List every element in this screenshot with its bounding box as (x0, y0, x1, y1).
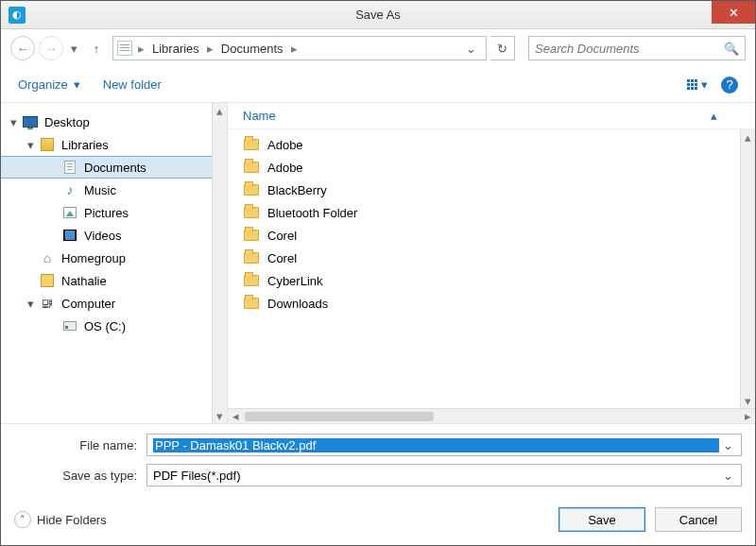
view-options-button[interactable]: ▾ (687, 77, 708, 92)
tree-node-label: Desktop (44, 115, 90, 129)
filename-combo[interactable]: PPP - Damask01 Blackv2.pdf ⌄ (146, 434, 742, 456)
help-icon: ? (726, 77, 732, 92)
scroll-left-button[interactable]: ◂ (228, 409, 243, 423)
toolbar: Organize ▾ New folder ▾ ? (1, 67, 755, 103)
chevron-down-icon[interactable]: ⌄ (719, 469, 737, 483)
refresh-icon: ↻ (497, 42, 507, 56)
folder-icon (243, 228, 260, 243)
dialog-body: ▾Desktop▾LibrariesDocuments♪MusicPicture… (1, 103, 755, 424)
forward-button[interactable]: → (39, 36, 63, 60)
chevron-right-icon: ▸ (136, 42, 146, 56)
expand-icon[interactable]: ▾ (27, 138, 39, 152)
column-name-header[interactable]: Name (243, 109, 276, 123)
list-item[interactable]: Corel (228, 247, 740, 269)
view-grid-icon (687, 79, 697, 90)
address-dropdown-button[interactable]: ⌄ (460, 42, 482, 56)
tree-node-videos[interactable]: Videos (1, 224, 212, 247)
list-item[interactable]: BlackBerry (228, 179, 740, 201)
list-item[interactable]: Corel (228, 224, 740, 247)
breadcrumb-documents[interactable]: Documents (215, 42, 289, 56)
expand-icon[interactable]: ▾ (27, 297, 39, 311)
tree-node-libraries[interactable]: ▾Libraries (1, 133, 212, 156)
expand-icon[interactable]: ▾ (10, 115, 22, 129)
tree-node-label: Videos (84, 229, 122, 243)
save-button[interactable]: Save (558, 507, 645, 532)
tree-node-nathalie[interactable]: Nathalie (1, 269, 212, 292)
breadcrumb-libraries[interactable]: Libraries (146, 42, 205, 56)
up-button[interactable]: ↑ (84, 36, 109, 60)
new-folder-button[interactable]: New folder (103, 77, 162, 92)
filename-value[interactable]: PPP - Damask01 Blackv2.pdf (153, 438, 719, 452)
scroll-up-button[interactable]: ▴ (213, 103, 227, 118)
list-item[interactable]: Adobe (228, 156, 740, 179)
hide-folders-button[interactable]: ˄ Hide Folders (14, 511, 107, 528)
tree-node-label: Music (84, 183, 116, 197)
organize-button[interactable]: Organize ▾ (18, 77, 80, 92)
filename-label: File name: (14, 438, 146, 452)
chevron-down-icon[interactable]: ⌄ (719, 438, 737, 452)
list-vertical-scrollbar[interactable]: ▴ ▾ (740, 129, 755, 408)
list-item-name: Downloads (267, 297, 328, 311)
list-item-name: Adobe (267, 161, 303, 175)
list-item[interactable]: Downloads (228, 292, 740, 315)
scroll-down-button[interactable]: ▾ (213, 408, 227, 423)
tree-node-label: Pictures (84, 206, 129, 220)
scroll-right-button[interactable]: ▸ (740, 409, 755, 423)
search-input[interactable] (535, 42, 724, 56)
folder-icon (243, 182, 260, 197)
back-button[interactable]: ← (10, 36, 35, 60)
tree-node-computer[interactable]: ▾🖳Computer (1, 292, 212, 315)
list-item-name: BlackBerry (267, 183, 327, 197)
save-as-dialog: ◐ Save As ✕ ← → ▾ ↑ ▸ Libraries ▸ Docume… (0, 0, 756, 546)
app-icon: ◐ (9, 7, 26, 24)
chevron-up-icon: ˄ (14, 511, 31, 528)
chevron-down-icon: ▾ (701, 77, 708, 92)
folder-icon (243, 296, 260, 311)
folder-icon (243, 205, 260, 220)
tree-vertical-scrollbar[interactable]: ▴ ▾ (212, 103, 227, 423)
window-title: Save As (1, 8, 755, 22)
list-item-name: Adobe (267, 138, 303, 152)
list-item[interactable]: Bluetooth Folder (228, 201, 740, 224)
scroll-track[interactable] (213, 118, 227, 408)
location-icon (117, 41, 132, 56)
address-bar[interactable]: ▸ Libraries ▸ Documents ▸ ⌄ (112, 36, 487, 60)
recent-locations-button[interactable]: ▾ (67, 42, 80, 56)
list-item[interactable]: Adobe (228, 133, 740, 156)
scroll-thumb[interactable] (245, 412, 434, 421)
list-item[interactable]: CyberLink (228, 269, 740, 292)
list-header[interactable]: Name ▴ (228, 103, 755, 129)
list-horizontal-scrollbar[interactable]: ◂ ▸ (228, 408, 755, 423)
tree-node-documents[interactable]: Documents (1, 156, 212, 179)
tree-node-os-c-[interactable]: OS (C:) (1, 315, 212, 337)
forward-icon: → (45, 42, 58, 56)
refresh-button[interactable]: ↻ (490, 36, 515, 60)
chevron-right-icon: ▸ (205, 42, 215, 56)
navigation-tree: ▾Desktop▾LibrariesDocuments♪MusicPicture… (1, 103, 228, 423)
pic-icon (61, 205, 78, 220)
navigation-row: ← → ▾ ↑ ▸ Libraries ▸ Documents ▸ ⌄ ↻ 🔍 (1, 29, 755, 67)
vid-icon (61, 228, 78, 243)
tree-node-label: OS (C:) (84, 319, 126, 333)
monitor-icon (22, 114, 39, 129)
scroll-down-button[interactable]: ▾ (741, 393, 755, 408)
sort-indicator-icon: ▴ (711, 109, 717, 123)
search-icon: 🔍 (724, 42, 739, 56)
search-box[interactable]: 🔍 (528, 36, 746, 60)
folder-icon (243, 160, 260, 175)
saveastype-combo[interactable]: PDF Files(*.pdf) ⌄ (146, 464, 742, 486)
help-button[interactable]: ? (721, 77, 738, 94)
scroll-track[interactable] (741, 145, 755, 393)
close-button[interactable]: ✕ (712, 1, 755, 24)
tree-node-homegroup[interactable]: ⌂Homegroup (1, 247, 212, 269)
tree-node-desktop[interactable]: ▾Desktop (1, 111, 212, 133)
chevron-down-icon: ▾ (74, 77, 80, 92)
folder-icon (243, 250, 260, 265)
form-area: File name: PPP - Damask01 Blackv2.pdf ⌄ … (1, 424, 755, 500)
cancel-button[interactable]: Cancel (655, 507, 742, 532)
titlebar: ◐ Save As ✕ (1, 1, 755, 29)
home-icon: ⌂ (39, 250, 56, 265)
tree-node-music[interactable]: ♪Music (1, 179, 212, 201)
tree-node-pictures[interactable]: Pictures (1, 201, 212, 224)
scroll-up-button[interactable]: ▴ (741, 129, 755, 145)
